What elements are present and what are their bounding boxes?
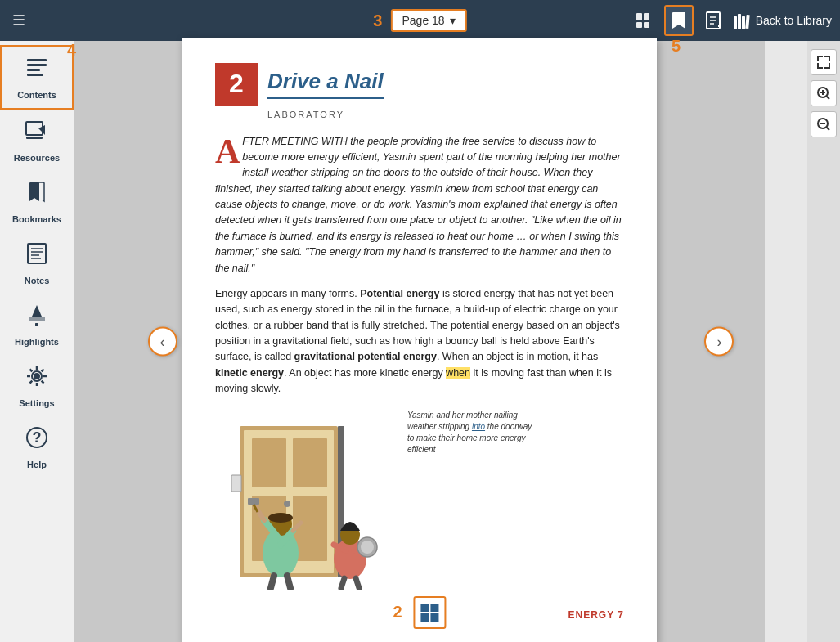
help-label: Help bbox=[27, 460, 47, 469]
sidebar-item-contents[interactable]: Contents bbox=[0, 45, 74, 110]
zoom-out-icon bbox=[816, 117, 831, 132]
book-page: 2 Drive a Nail LABORATORY A FTER MEETING… bbox=[182, 38, 657, 643]
chapter-subtitle: LABORATORY bbox=[267, 110, 624, 119]
notes-label: Notes bbox=[25, 276, 50, 285]
chapter-header: 2 Drive a Nail bbox=[215, 63, 624, 106]
sidebar-item-help[interactable]: ? Help bbox=[0, 416, 74, 478]
header-center: 3 Page 18 ▾ bbox=[373, 9, 466, 32]
page-label: Page 18 bbox=[402, 14, 444, 27]
zoom-out-button[interactable] bbox=[811, 111, 837, 137]
library-icon-button[interactable] bbox=[630, 7, 658, 34]
svg-point-43 bbox=[268, 513, 293, 523]
svg-line-58 bbox=[341, 578, 344, 588]
page-selector-button[interactable]: Page 18 ▾ bbox=[390, 9, 466, 32]
chapter-number-box: 2 bbox=[215, 63, 258, 106]
svg-point-57 bbox=[361, 541, 374, 554]
svg-rect-10 bbox=[734, 16, 737, 29]
svg-line-51 bbox=[287, 576, 290, 588]
svg-rect-14 bbox=[27, 59, 47, 61]
image-section: Yasmin and her mother nailing weather st… bbox=[215, 410, 624, 593]
help-icon: ? bbox=[24, 424, 50, 456]
highlights-label: Highlights bbox=[15, 337, 59, 347]
grid-badge: 2 bbox=[393, 603, 402, 622]
kinetic-term: kinetic energy bbox=[215, 367, 284, 379]
add-note-icon bbox=[704, 11, 722, 30]
caption-link-1: into bbox=[472, 422, 485, 431]
para2-end: . When an object is in motion, it has bbox=[437, 351, 598, 362]
svg-line-66 bbox=[826, 127, 829, 130]
chevron-down-icon: ▾ bbox=[450, 14, 456, 27]
grid-view-button[interactable] bbox=[414, 596, 447, 629]
expand-icon bbox=[816, 55, 831, 70]
illustration-svg bbox=[215, 410, 395, 590]
back-to-library-button[interactable]: Back to Library bbox=[733, 11, 832, 29]
sidebar-item-resources[interactable]: Resources bbox=[0, 110, 74, 171]
highlighted-when: when bbox=[446, 367, 470, 379]
menu-button[interactable]: ☰ bbox=[8, 7, 29, 34]
add-note-button[interactable] bbox=[700, 7, 726, 34]
sidebar: Contents Resources Bookmarks bbox=[0, 41, 74, 642]
bookmarks-icon bbox=[24, 179, 50, 211]
resources-label: Resources bbox=[14, 153, 60, 163]
grid-icon bbox=[421, 604, 439, 622]
sidebar-item-settings[interactable]: Settings bbox=[0, 355, 74, 416]
bookmarks-header-button[interactable] bbox=[664, 5, 694, 36]
sidebar-item-notes[interactable]: Notes bbox=[0, 232, 74, 294]
svg-rect-35 bbox=[293, 438, 327, 487]
para1-text: FTER MEETING WITH the people providing t… bbox=[215, 136, 622, 274]
svg-rect-26 bbox=[29, 317, 45, 321]
header-left: ☰ bbox=[8, 7, 29, 34]
sidebar-item-highlights[interactable]: Highlights bbox=[0, 294, 74, 355]
book-illustration bbox=[215, 410, 395, 593]
svg-rect-1 bbox=[644, 13, 649, 20]
back-library-label: Back to Library bbox=[756, 14, 832, 27]
svg-rect-3 bbox=[644, 22, 649, 28]
svg-rect-13 bbox=[745, 15, 749, 29]
chapter-title: Drive a Nail bbox=[267, 69, 384, 99]
bookmark-header-icon bbox=[670, 11, 688, 30]
zoom-in-icon bbox=[816, 86, 831, 101]
image-caption: Yasmin and her mother nailing weather st… bbox=[407, 410, 538, 456]
settings-label: Settings bbox=[19, 398, 54, 408]
svg-rect-16 bbox=[27, 69, 40, 71]
svg-text:?: ? bbox=[33, 429, 42, 446]
svg-rect-12 bbox=[742, 16, 745, 29]
resources-icon bbox=[24, 118, 50, 150]
svg-rect-2 bbox=[636, 22, 642, 28]
svg-line-50 bbox=[271, 576, 274, 588]
svg-point-38 bbox=[284, 501, 290, 507]
grid-button-area: 2 bbox=[393, 596, 446, 629]
left-nav-area: 1 ‹ bbox=[156, 332, 168, 351]
back-library-icon bbox=[733, 11, 751, 29]
highlights-icon bbox=[24, 302, 50, 334]
expand-button[interactable] bbox=[811, 49, 837, 75]
gravitational-term: gravitational potential energy bbox=[294, 351, 437, 362]
svg-line-59 bbox=[356, 578, 359, 588]
step3-badge: 3 bbox=[373, 11, 382, 30]
next-page-button[interactable]: › bbox=[704, 327, 734, 357]
svg-rect-21 bbox=[28, 244, 46, 263]
sidebar-item-bookmarks[interactable]: Bookmarks bbox=[0, 171, 74, 232]
zoom-in-button[interactable] bbox=[811, 80, 837, 106]
bookmarks-label: Bookmarks bbox=[12, 214, 61, 224]
svg-point-28 bbox=[34, 373, 40, 379]
svg-rect-34 bbox=[252, 438, 286, 487]
library-icon bbox=[634, 11, 654, 30]
main-content: 1 ‹ 2 Drive a Nail LABORATORY A FTER MEE… bbox=[74, 41, 765, 642]
drop-cap: A bbox=[215, 137, 240, 167]
notes-icon bbox=[24, 240, 50, 272]
svg-rect-46 bbox=[248, 498, 259, 505]
settings-icon bbox=[24, 363, 50, 395]
svg-rect-20 bbox=[26, 137, 43, 139]
right-nav-area: 1 › bbox=[713, 332, 725, 351]
paragraph-1: A FTER MEETING WITH the people providing… bbox=[215, 134, 624, 276]
svg-rect-17 bbox=[27, 74, 43, 76]
top-header: ☰ 3 Page 18 ▾ bbox=[0, 0, 840, 41]
footer-text: ENERGY 7 bbox=[568, 609, 624, 621]
svg-rect-11 bbox=[738, 14, 741, 29]
prev-page-button[interactable]: ‹ bbox=[148, 327, 177, 357]
potential-energy-term: Potential energy bbox=[360, 288, 439, 299]
contents-icon bbox=[24, 55, 50, 87]
svg-rect-27 bbox=[35, 323, 38, 326]
contents-label: Contents bbox=[17, 90, 56, 100]
